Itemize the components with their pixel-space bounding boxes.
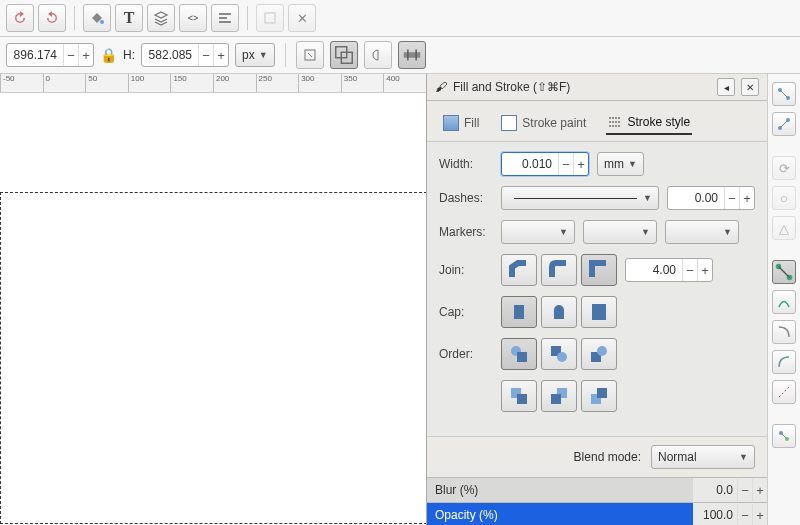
join-round-icon[interactable] (541, 254, 577, 286)
order-5-icon[interactable] (541, 380, 577, 412)
tool-edit-icon[interactable] (772, 112, 796, 136)
svg-rect-1 (219, 13, 231, 15)
tool-link-icon[interactable] (772, 424, 796, 448)
svg-rect-18 (517, 394, 527, 404)
order-3-icon[interactable] (581, 338, 617, 370)
svg-rect-9 (514, 305, 524, 319)
lock-aspect-icon[interactable]: 🔒 (100, 47, 117, 63)
top-toolbar: T <> ✕ (0, 0, 800, 37)
blur-slider[interactable]: Blur (%) 0.0 −+ (427, 477, 767, 502)
affect-corners-icon[interactable] (364, 41, 392, 69)
svg-point-14 (557, 352, 567, 362)
selection-frame[interactable] (0, 192, 426, 524)
svg-rect-8 (403, 52, 420, 58)
unit-select[interactable]: px▼ (235, 43, 275, 67)
miter-limit-input[interactable]: 4.00 −+ (625, 258, 713, 282)
dashes-select[interactable]: ▼ (501, 186, 659, 210)
tools-icon[interactable]: ✕ (288, 4, 316, 32)
layers-icon[interactable] (147, 4, 175, 32)
svg-rect-22 (597, 388, 607, 398)
dashes-label: Dashes: (439, 191, 493, 205)
width-minus[interactable]: − (63, 44, 78, 66)
align-icon[interactable] (211, 4, 239, 32)
rotate-right-icon[interactable] (38, 4, 66, 32)
preferences-icon[interactable] (256, 4, 284, 32)
rotate-left-icon[interactable] (6, 4, 34, 32)
tool-dashed-icon[interactable] (772, 380, 796, 404)
height-label: H: (123, 48, 135, 62)
dimension-toolbar: 896.174 −+ 🔒 H: 582.085 −+ px▼ (0, 37, 800, 74)
height-plus[interactable]: + (213, 44, 228, 66)
svg-rect-3 (219, 21, 231, 23)
cap-square-icon[interactable] (581, 296, 617, 328)
join-label: Join: (439, 263, 493, 277)
order-label: Order: (439, 347, 493, 361)
height-minus[interactable]: − (198, 44, 213, 66)
cap-round-icon[interactable] (541, 296, 577, 328)
dash-offset-input[interactable]: 0.00 −+ (667, 186, 755, 210)
tool-curve1-icon[interactable] (772, 290, 796, 314)
text-tool-icon[interactable]: T (115, 4, 143, 32)
cap-label: Cap: (439, 305, 493, 319)
width-input[interactable]: 896.174 −+ (6, 43, 94, 67)
affect-gradient-icon[interactable] (398, 41, 426, 69)
svg-rect-10 (592, 304, 606, 320)
tool-node-icon[interactable] (772, 82, 796, 106)
affect-scale-icon[interactable] (330, 41, 358, 69)
svg-point-16 (597, 346, 607, 356)
tool-curve2-icon[interactable] (772, 320, 796, 344)
affect-move-icon[interactable] (296, 41, 324, 69)
order-6-icon[interactable] (581, 380, 617, 412)
width-label: Width: (439, 157, 493, 171)
panel-title: Fill and Stroke (⇧⌘F) (453, 80, 570, 94)
tab-stroke-style[interactable]: Stroke style (606, 111, 692, 135)
join-miter-icon[interactable] (581, 254, 617, 286)
tab-stroke-paint[interactable]: Stroke paint (499, 111, 588, 135)
join-bevel-icon[interactable] (501, 254, 537, 286)
tool-zoom2-icon[interactable]: ○ (772, 186, 796, 210)
tab-fill[interactable]: Fill (441, 111, 481, 135)
tool-connector-icon[interactable] (772, 260, 796, 284)
panel-icon: 🖌 (435, 80, 447, 94)
order-1-icon[interactable] (501, 338, 537, 370)
marker-end-select[interactable]: ▼ (665, 220, 739, 244)
marker-mid-select[interactable]: ▼ (583, 220, 657, 244)
width-plus[interactable]: + (78, 44, 93, 66)
svg-rect-2 (219, 17, 227, 19)
svg-point-0 (100, 20, 104, 24)
tool-zoom1-icon[interactable]: ⟳ (772, 156, 796, 180)
blend-mode-select[interactable]: Normal▼ (651, 445, 755, 469)
blend-mode-label: Blend mode: (574, 450, 641, 464)
cap-butt-icon[interactable] (501, 296, 537, 328)
stroke-style-form: Width: 0.010 −+ mm▼ Dashes: ▼ 0.00 −+ Ma… (427, 142, 767, 436)
right-toolbox: ⟳ ○ △ (767, 74, 800, 525)
canvas-area[interactable]: -50050100150200250300350400 (0, 74, 426, 525)
horizontal-ruler: -50050100150200250300350400 (0, 74, 426, 93)
opacity-slider[interactable]: Opacity (%) 100.0 −+ (427, 502, 767, 525)
xml-icon[interactable]: <> (179, 4, 207, 32)
height-input[interactable]: 582.085 −+ (141, 43, 229, 67)
panel-close-icon[interactable]: ✕ (741, 78, 759, 96)
paint-bucket-icon[interactable] (83, 4, 111, 32)
markers-label: Markers: (439, 225, 493, 239)
order-2-icon[interactable] (541, 338, 577, 370)
stroke-width-input[interactable]: 0.010 −+ (501, 152, 589, 176)
order-4-icon[interactable] (501, 380, 537, 412)
svg-rect-4 (265, 13, 275, 23)
marker-start-select[interactable]: ▼ (501, 220, 575, 244)
stroke-width-unit[interactable]: mm▼ (597, 152, 644, 176)
panel-header: 🖌 Fill and Stroke (⇧⌘F) ◂ ✕ (427, 74, 767, 101)
height-value: 582.085 (142, 48, 198, 62)
tool-curve3-icon[interactable] (772, 350, 796, 374)
svg-rect-20 (551, 394, 561, 404)
width-value: 896.174 (7, 48, 63, 62)
panel-tabs: Fill Stroke paint Stroke style (427, 101, 767, 142)
panel-minimize-icon[interactable]: ◂ (717, 78, 735, 96)
tool-zoom3-icon[interactable]: △ (772, 216, 796, 240)
fill-stroke-panel: 🖌 Fill and Stroke (⇧⌘F) ◂ ✕ Fill Stroke … (426, 74, 767, 525)
svg-rect-12 (517, 352, 527, 362)
